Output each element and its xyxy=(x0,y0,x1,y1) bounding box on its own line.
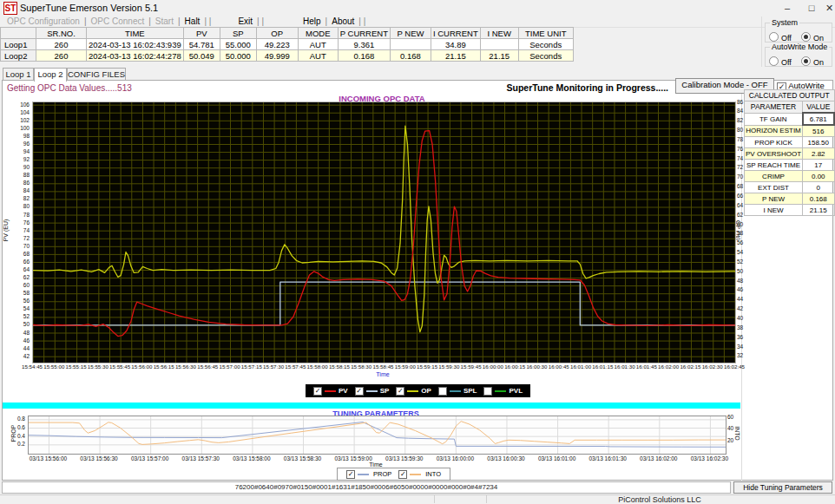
window-title: SuperTune Emerson Version 5.1 xyxy=(20,3,158,13)
loop-table-cell: 50.049 xyxy=(183,50,220,62)
tuning-chart-left-axis-label: PROP xyxy=(10,425,16,442)
loop-table-cell: 54.781 xyxy=(183,39,220,50)
loop-table-cell: 2024-03-13 16:02:44:278 xyxy=(87,50,184,62)
loop-name-cell: Loop1 xyxy=(1,39,36,50)
loop-table-cell xyxy=(390,39,431,50)
loop-table-cell: AUT xyxy=(298,50,338,62)
loop-table-cell: Seconds xyxy=(518,50,573,62)
hide-tuning-trend-button[interactable]: Hide Tuning Parameters Trend xyxy=(733,481,832,494)
menu-item-help[interactable]: Help xyxy=(303,16,321,26)
tab-config-files[interactable]: CONFIG FILES xyxy=(67,68,126,81)
loop-table-header: OP xyxy=(256,28,298,39)
legend-toggle-sp[interactable]: ✓SP xyxy=(355,387,390,396)
loop-table-header: TIME xyxy=(87,28,184,39)
series-prop-line xyxy=(29,422,726,448)
calc-output-row: CRIMP0.00 xyxy=(745,171,835,182)
calc-param-cell: SP REACH TIME xyxy=(745,160,803,171)
maximize-button[interactable]: □ xyxy=(799,0,824,16)
loop-name-cell: Loop2 xyxy=(1,50,36,62)
legend-line-swatch xyxy=(495,390,506,392)
loop-table-cell: 260 xyxy=(36,50,87,62)
calc-value-cell: 21.15 xyxy=(803,205,834,216)
calc-param-cell: TF GAIN xyxy=(745,113,803,125)
minimize-button[interactable]: – xyxy=(775,0,799,16)
loop-table-header: SR.NO. xyxy=(36,28,87,39)
legend-toggle-prop[interactable]: ✓PROP xyxy=(346,470,391,479)
calc-param-cell: HORIZON ESTIM xyxy=(745,125,803,137)
title-bar: ST SuperTune Emerson Version 5.1 – □ ✕ xyxy=(0,0,835,16)
legend-line-swatch xyxy=(366,390,378,392)
calc-value-cell: 0.168 xyxy=(803,193,834,205)
legend-toggle-op[interactable]: ✓OP xyxy=(396,387,431,396)
calc-param-cell: CRIMP xyxy=(745,171,803,182)
calc-output-header: PARAMETER xyxy=(745,101,803,114)
calc-output-row: SP REACH TIME17 xyxy=(745,160,835,171)
autowrite-on-radio[interactable]: On xyxy=(801,53,824,69)
legend-label: INTO xyxy=(425,470,441,478)
menu-item-halt[interactable]: Halt xyxy=(185,16,201,26)
main-chart-legend: ✓PV✓SP✓OPSPLPVL xyxy=(306,384,530,397)
checkbox-checked-icon: ✓ xyxy=(313,387,322,396)
checkbox-checked-icon: ✓ xyxy=(398,470,407,479)
loop-table-cell: Seconds xyxy=(518,39,573,50)
loop-table-cell: 0.168 xyxy=(390,50,431,62)
legend-line-swatch xyxy=(358,474,369,475)
autowrite-off-label: Off xyxy=(781,58,792,67)
loop-table-header: I NEW xyxy=(480,28,518,39)
system-groupbox: System Off On xyxy=(765,23,832,43)
loop-table-cell: 0.168 xyxy=(338,50,390,62)
checkbox-checked-icon: ✓ xyxy=(355,387,364,396)
statusbar-divider xyxy=(434,495,435,503)
loop-table-cell: 260 xyxy=(36,39,87,50)
radio-selected-icon xyxy=(801,32,811,42)
legend-label: SP xyxy=(380,387,390,395)
menu-separator: | xyxy=(84,16,87,26)
calc-param-cell: EXT DIST xyxy=(745,182,803,193)
autowrite-on-label: On xyxy=(813,58,824,67)
calc-output-row: TF GAIN6.781 xyxy=(745,113,835,125)
legend-toggle-pv[interactable]: ✓PV xyxy=(313,387,348,396)
legend-line-swatch xyxy=(410,474,421,475)
menu-separator: | xyxy=(325,16,328,26)
main-chart-plot xyxy=(32,101,736,363)
menu-separator: | xyxy=(148,16,151,26)
menu-separator: | | xyxy=(257,16,264,26)
table-row: Loop22602024-03-13 16:02:44:27850.04950.… xyxy=(1,50,574,62)
loop-table-header: MODE xyxy=(298,28,338,39)
loop-table-cell xyxy=(480,39,518,50)
checkbox-unchecked-icon xyxy=(483,387,492,396)
radio-icon xyxy=(769,32,779,42)
menu-item-exit[interactable]: Exit xyxy=(238,16,253,26)
legend-line-swatch xyxy=(407,390,418,392)
tab-loop-2[interactable]: Loop 2 xyxy=(34,68,67,82)
menu-item-about[interactable]: About xyxy=(332,16,354,26)
statusbar-divider xyxy=(486,495,487,503)
tab-loop-1[interactable]: Loop 1 xyxy=(3,68,34,81)
system-panel: System Off On AutoWrite Mode Off On xyxy=(761,16,834,67)
loop-table-cell: 34.89 xyxy=(431,39,480,50)
autowrite-groupbox: AutoWrite Mode Off On xyxy=(765,47,832,67)
close-button[interactable]: ✕ xyxy=(824,0,835,16)
calculated-output-table: CALCULATED OUTPUTPARAMETERVALUETF GAIN6.… xyxy=(744,89,835,216)
main-chart-left-axis-label: PV (EU) xyxy=(3,219,9,242)
legend-label: PROP xyxy=(373,470,391,478)
loop-table-header: PV xyxy=(183,28,220,39)
autowrite-off-radio[interactable]: Off xyxy=(769,53,792,69)
calc-value-cell: 0 xyxy=(803,182,834,193)
legend-toggle-pvl[interactable]: PVL xyxy=(483,387,523,396)
app-logo-icon: ST xyxy=(3,2,17,15)
legend-toggle-spl[interactable]: SPL xyxy=(438,387,477,396)
loop-table-cell: 55.000 xyxy=(220,39,256,50)
app-window: ST SuperTune Emerson Version 5.1 – □ ✕ O… xyxy=(0,0,835,504)
panel-divider xyxy=(741,80,742,481)
calc-value-cell: 2.82 xyxy=(803,148,834,160)
loop-table-cell: 9.361 xyxy=(338,39,390,50)
loop-table-cell: 50.000 xyxy=(220,50,256,62)
loop-data-table: SR.NO.TIMEPVSPOPMODEP CURRENTP NEWI CURR… xyxy=(0,27,574,62)
legend-toggle-into[interactable]: ✓INTO xyxy=(398,470,441,479)
calc-param-cell: PV OVERSHOOT xyxy=(745,148,803,160)
loop-table-header: P NEW xyxy=(390,28,431,39)
loop-table-header: SP xyxy=(220,28,256,39)
loop-table-cell: 21.15 xyxy=(480,50,518,62)
checkbox-unchecked-icon xyxy=(438,387,447,396)
